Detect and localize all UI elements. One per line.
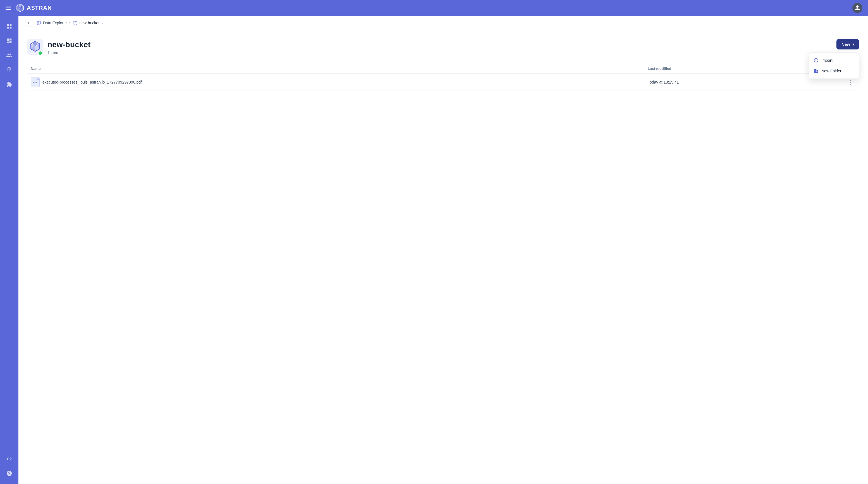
- menu-button[interactable]: [6, 6, 11, 10]
- pdf-file-icon: PDF: [31, 77, 40, 87]
- sidebar-item-dashboard[interactable]: [3, 35, 16, 47]
- col-header-name: Name: [27, 64, 644, 74]
- page-title-section: new-bucket 1 item: [27, 39, 91, 56]
- sidebar: [0, 16, 19, 484]
- new-folder-option[interactable]: New Folder: [809, 66, 859, 76]
- page-header: new-bucket 1 item New ▾: [27, 39, 859, 56]
- logo: ASTRAN: [16, 3, 52, 12]
- breadcrumb-item-bucket[interactable]: new-bucket: [72, 21, 99, 25]
- chevron-down-icon: ▾: [852, 42, 854, 47]
- page-title: new-bucket: [48, 40, 91, 49]
- title-info: new-bucket 1 item: [48, 40, 91, 55]
- main-content: Data Explorer › new-bucket ›: [19, 16, 868, 484]
- page-content-area: new-bucket 1 item New ▾: [19, 30, 868, 484]
- breadcrumb-item-data-explorer[interactable]: Data Explorer: [36, 21, 67, 25]
- breadcrumb-sep-2: ›: [102, 21, 103, 25]
- item-count: 1 item: [48, 50, 91, 55]
- logo-icon: [16, 3, 25, 12]
- user-avatar[interactable]: [852, 3, 862, 13]
- breadcrumb-sep-1: ›: [69, 21, 71, 25]
- sidebar-item-fingerprint[interactable]: [3, 64, 16, 76]
- sidebar-item-users[interactable]: [3, 49, 16, 61]
- breadcrumb-bar: Data Explorer › new-bucket ›: [19, 16, 868, 30]
- sidebar-item-help[interactable]: [3, 467, 16, 480]
- svg-marker-7: [40, 22, 40, 24]
- bucket-icon-wrap: [27, 39, 43, 56]
- status-badge: [38, 51, 42, 55]
- logo-text: ASTRAN: [27, 5, 52, 11]
- breadcrumb: Data Explorer › new-bucket ›: [36, 21, 103, 25]
- sidebar-item-grid[interactable]: [3, 20, 16, 32]
- new-button-wrapper: New ▾ Import: [836, 39, 859, 50]
- back-button[interactable]: [25, 19, 33, 27]
- sidebar-item-code[interactable]: [3, 453, 16, 465]
- new-folder-icon: [813, 68, 818, 73]
- more-options-button[interactable]: ⋮: [846, 78, 856, 87]
- new-dropdown-menu: Import New Folder: [809, 53, 859, 79]
- table-row: PDF executed-processes_louis_astran.io_1…: [27, 74, 859, 91]
- sidebar-item-plugin[interactable]: [3, 78, 16, 91]
- file-name-cell: PDF executed-processes_louis_astran.io_1…: [27, 74, 644, 91]
- new-button[interactable]: New ▾: [836, 39, 859, 50]
- import-option[interactable]: Import: [809, 55, 859, 66]
- import-icon: [813, 58, 818, 63]
- file-name: executed-processes_louis_astran.io_17277…: [42, 80, 142, 84]
- top-header: ASTRAN: [0, 0, 868, 16]
- file-table: Name Last modified PDF executed-process: [27, 64, 859, 91]
